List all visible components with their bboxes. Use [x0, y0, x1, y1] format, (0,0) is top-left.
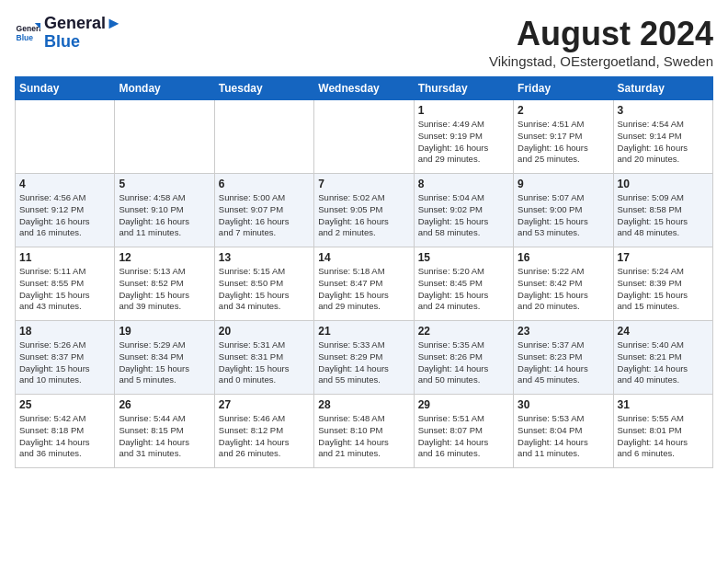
logo-text: General► Blue [44, 15, 122, 52]
location-subtitle: Vikingstad, OEstergoetland, Sweden [489, 53, 713, 69]
month-title: August 2024 [489, 15, 713, 53]
calendar-week-3: 11Sunrise: 5:11 AM Sunset: 8:55 PM Dayli… [16, 247, 713, 321]
day-number: 11 [19, 251, 110, 264]
calendar-cell: 27Sunrise: 5:46 AM Sunset: 8:12 PM Dayli… [214, 395, 313, 468]
day-content: Sunrise: 5:48 AM Sunset: 8:10 PM Dayligh… [318, 413, 409, 460]
weekday-header-saturday: Saturday [613, 77, 712, 100]
calendar-cell: 5Sunrise: 4:58 AM Sunset: 9:10 PM Daylig… [115, 174, 214, 247]
calendar-cell: 17Sunrise: 5:24 AM Sunset: 8:39 PM Dayli… [613, 247, 712, 321]
day-number: 2 [518, 104, 609, 117]
day-number: 12 [119, 251, 210, 264]
calendar-cell: 25Sunrise: 5:42 AM Sunset: 8:18 PM Dayli… [16, 395, 115, 468]
calendar-cell: 28Sunrise: 5:48 AM Sunset: 8:10 PM Dayli… [314, 395, 414, 468]
day-content: Sunrise: 4:51 AM Sunset: 9:17 PM Dayligh… [518, 119, 609, 166]
day-number: 15 [418, 251, 509, 264]
day-number: 13 [219, 251, 310, 264]
day-number: 9 [518, 178, 609, 190]
calendar-cell: 7Sunrise: 5:02 AM Sunset: 9:05 PM Daylig… [314, 174, 414, 247]
calendar-cell: 18Sunrise: 5:26 AM Sunset: 8:37 PM Dayli… [16, 321, 115, 395]
calendar-cell: 19Sunrise: 5:29 AM Sunset: 8:34 PM Dayli… [115, 321, 214, 395]
day-content: Sunrise: 4:58 AM Sunset: 9:10 PM Dayligh… [119, 192, 210, 239]
day-number: 14 [318, 251, 409, 264]
weekday-header-sunday: Sunday [16, 77, 115, 100]
day-number: 20 [219, 325, 310, 338]
calendar-cell: 13Sunrise: 5:15 AM Sunset: 8:50 PM Dayli… [214, 247, 313, 321]
day-number: 22 [418, 325, 509, 338]
day-content: Sunrise: 5:35 AM Sunset: 8:26 PM Dayligh… [418, 339, 509, 386]
day-content: Sunrise: 5:46 AM Sunset: 8:12 PM Dayligh… [219, 413, 310, 460]
title-area: August 2024 Vikingstad, OEstergoetland, … [489, 15, 713, 69]
calendar-cell: 9Sunrise: 5:07 AM Sunset: 9:00 PM Daylig… [514, 174, 613, 247]
svg-text:General: General [17, 24, 40, 33]
day-number: 16 [518, 251, 609, 264]
calendar-cell: 8Sunrise: 5:04 AM Sunset: 9:02 PM Daylig… [414, 174, 513, 247]
calendar-cell: 3Sunrise: 4:54 AM Sunset: 9:14 PM Daylig… [613, 100, 712, 174]
weekday-header-friday: Friday [514, 77, 613, 100]
day-number: 7 [318, 178, 409, 190]
day-number: 8 [418, 178, 509, 190]
day-number: 18 [19, 325, 110, 338]
weekday-header-wednesday: Wednesday [314, 77, 414, 100]
calendar-cell: 29Sunrise: 5:51 AM Sunset: 8:07 PM Dayli… [414, 395, 513, 468]
day-number: 25 [19, 398, 110, 411]
logo-icon: General Blue [15, 20, 40, 46]
calendar-header: SundayMondayTuesdayWednesdayThursdayFrid… [16, 77, 713, 100]
logo: General Blue General► Blue [15, 15, 122, 52]
calendar-cell [314, 100, 414, 174]
day-content: Sunrise: 5:24 AM Sunset: 8:39 PM Dayligh… [618, 266, 709, 313]
day-number: 6 [219, 178, 310, 190]
calendar-cell: 2Sunrise: 4:51 AM Sunset: 9:17 PM Daylig… [514, 100, 613, 174]
day-content: Sunrise: 5:26 AM Sunset: 8:37 PM Dayligh… [19, 339, 110, 386]
calendar-cell: 15Sunrise: 5:20 AM Sunset: 8:45 PM Dayli… [414, 247, 513, 321]
day-content: Sunrise: 5:11 AM Sunset: 8:55 PM Dayligh… [19, 266, 110, 313]
calendar-week-1: 1Sunrise: 4:49 AM Sunset: 9:19 PM Daylig… [16, 100, 713, 174]
calendar-cell: 1Sunrise: 4:49 AM Sunset: 9:19 PM Daylig… [414, 100, 513, 174]
day-content: Sunrise: 5:00 AM Sunset: 9:07 PM Dayligh… [219, 192, 310, 239]
calendar-cell: 6Sunrise: 5:00 AM Sunset: 9:07 PM Daylig… [214, 174, 313, 247]
calendar-cell: 4Sunrise: 4:56 AM Sunset: 9:12 PM Daylig… [16, 174, 115, 247]
page-header: General Blue General► Blue August 2024 V… [15, 15, 713, 69]
day-content: Sunrise: 5:22 AM Sunset: 8:42 PM Dayligh… [518, 266, 609, 313]
weekday-header-tuesday: Tuesday [214, 77, 313, 100]
day-number: 27 [219, 398, 310, 411]
calendar-cell: 21Sunrise: 5:33 AM Sunset: 8:29 PM Dayli… [314, 321, 414, 395]
day-content: Sunrise: 5:13 AM Sunset: 8:52 PM Dayligh… [119, 266, 210, 313]
day-content: Sunrise: 5:51 AM Sunset: 8:07 PM Dayligh… [418, 413, 509, 460]
day-number: 17 [618, 251, 709, 264]
day-content: Sunrise: 5:55 AM Sunset: 8:01 PM Dayligh… [618, 413, 709, 460]
calendar-table: SundayMondayTuesdayWednesdayThursdayFrid… [15, 76, 713, 468]
calendar-cell: 22Sunrise: 5:35 AM Sunset: 8:26 PM Dayli… [414, 321, 513, 395]
day-content: Sunrise: 5:20 AM Sunset: 8:45 PM Dayligh… [418, 266, 509, 313]
day-number: 30 [518, 398, 609, 411]
day-number: 31 [618, 398, 709, 411]
day-content: Sunrise: 4:56 AM Sunset: 9:12 PM Dayligh… [19, 192, 110, 239]
day-content: Sunrise: 4:49 AM Sunset: 9:19 PM Dayligh… [418, 119, 509, 166]
day-number: 1 [418, 104, 509, 117]
day-content: Sunrise: 5:42 AM Sunset: 8:18 PM Dayligh… [19, 413, 110, 460]
day-content: Sunrise: 5:02 AM Sunset: 9:05 PM Dayligh… [318, 192, 409, 239]
calendar-cell: 31Sunrise: 5:55 AM Sunset: 8:01 PM Dayli… [613, 395, 712, 468]
calendar-cell: 12Sunrise: 5:13 AM Sunset: 8:52 PM Dayli… [115, 247, 214, 321]
svg-text:Blue: Blue [17, 33, 34, 42]
calendar-cell: 23Sunrise: 5:37 AM Sunset: 8:23 PM Dayli… [514, 321, 613, 395]
weekday-row: SundayMondayTuesdayWednesdayThursdayFrid… [16, 77, 713, 100]
calendar-week-5: 25Sunrise: 5:42 AM Sunset: 8:18 PM Dayli… [16, 395, 713, 468]
calendar-week-2: 4Sunrise: 4:56 AM Sunset: 9:12 PM Daylig… [16, 174, 713, 247]
day-content: Sunrise: 5:44 AM Sunset: 8:15 PM Dayligh… [119, 413, 210, 460]
weekday-header-thursday: Thursday [414, 77, 513, 100]
day-content: Sunrise: 5:53 AM Sunset: 8:04 PM Dayligh… [518, 413, 609, 460]
calendar-cell: 20Sunrise: 5:31 AM Sunset: 8:31 PM Dayli… [214, 321, 313, 395]
day-number: 28 [318, 398, 409, 411]
day-content: Sunrise: 5:18 AM Sunset: 8:47 PM Dayligh… [318, 266, 409, 313]
calendar-week-4: 18Sunrise: 5:26 AM Sunset: 8:37 PM Dayli… [16, 321, 713, 395]
weekday-header-monday: Monday [115, 77, 214, 100]
day-content: Sunrise: 5:31 AM Sunset: 8:31 PM Dayligh… [219, 339, 310, 386]
calendar-cell [214, 100, 313, 174]
day-number: 19 [119, 325, 210, 338]
calendar-cell: 11Sunrise: 5:11 AM Sunset: 8:55 PM Dayli… [16, 247, 115, 321]
calendar-cell [115, 100, 214, 174]
day-content: Sunrise: 5:37 AM Sunset: 8:23 PM Dayligh… [518, 339, 609, 386]
day-content: Sunrise: 5:40 AM Sunset: 8:21 PM Dayligh… [618, 339, 709, 386]
day-number: 21 [318, 325, 409, 338]
calendar-cell: 26Sunrise: 5:44 AM Sunset: 8:15 PM Dayli… [115, 395, 214, 468]
